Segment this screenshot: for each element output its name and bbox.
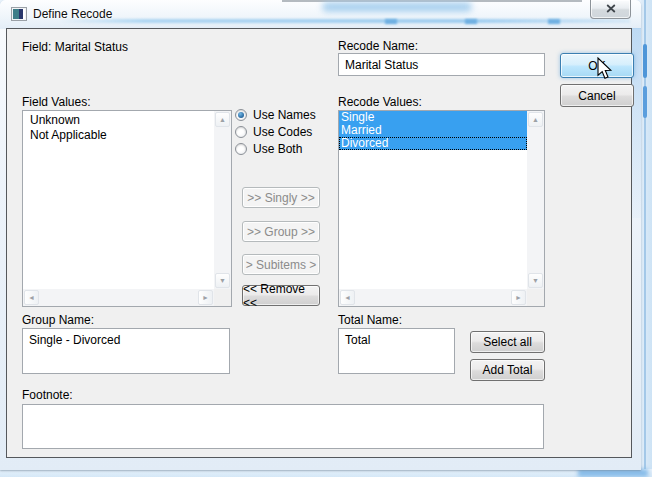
radio-button-icon (235, 109, 247, 121)
dialog-client-area: Field: Marital Status Recode Name: OK Ca… (6, 28, 632, 458)
scroll-left-icon[interactable]: ◄ (340, 290, 355, 305)
glass-smudge (385, 19, 397, 24)
titlebar[interactable]: Define Recode (0, 0, 641, 29)
scroll-down-icon[interactable]: ▼ (528, 273, 543, 288)
group-name-label: Group Name: (22, 313, 94, 327)
total-name-label: Total Name: (338, 313, 402, 327)
glass-smudge (322, 2, 472, 12)
radio-use-codes[interactable]: Use Codes (235, 125, 312, 139)
mouse-cursor (597, 57, 614, 84)
radio-label: Use Codes (253, 125, 312, 139)
window-title: Define Recode (33, 7, 112, 21)
glass-smudge (465, 19, 477, 24)
field-value-item[interactable]: Not Applicable (23, 128, 214, 143)
footnote-box[interactable] (22, 404, 544, 449)
field-values-label: Field Values: (22, 95, 90, 109)
screen: Define Recode Field: Marital Status Reco… (0, 0, 652, 477)
add-total-button[interactable]: Add Total (470, 359, 545, 381)
total-name-value: Total (345, 333, 370, 347)
horizontal-scrollbar[interactable]: ◄ ► (339, 289, 527, 306)
define-recode-dialog: Define Recode Field: Marital Status Reco… (0, 0, 641, 470)
recode-values-items: SingleMarriedDivorced (339, 111, 527, 289)
field-values-items: UnknownNot Applicable (23, 111, 214, 289)
scrollbar-corner (527, 289, 544, 306)
field-values-listbox[interactable]: UnknownNot Applicable ▲ ▼ ◄ ► (22, 110, 232, 307)
scroll-up-icon[interactable]: ▲ (528, 112, 543, 127)
scroll-right-icon[interactable]: ► (198, 290, 213, 305)
field-label: Field: Marital Status (22, 40, 128, 54)
footnote-label: Footnote: (22, 388, 73, 402)
transfer-button-remove[interactable]: << Remove << (242, 285, 320, 306)
scroll-left-icon[interactable]: ◄ (24, 290, 39, 305)
radio-button-icon (235, 143, 247, 155)
radio-use-names[interactable]: Use Names (235, 108, 316, 122)
horizontal-scrollbar[interactable]: ◄ ► (23, 289, 214, 306)
recode-values-label: Recode Values: (338, 95, 422, 109)
background-window-right-edge (641, 0, 652, 477)
field-value-item[interactable]: Unknown (23, 113, 214, 128)
scrollbar-corner (214, 289, 231, 306)
vertical-scrollbar[interactable]: ▲ ▼ (527, 111, 544, 289)
glass-smudge (548, 19, 560, 24)
recode-name-input[interactable] (338, 53, 545, 76)
group-name-box[interactable]: Single - Divorced (22, 328, 230, 374)
recode-value-item[interactable]: Divorced (339, 137, 527, 150)
background-accent (643, 86, 647, 118)
transfer-button-group[interactable]: >> Group >> (242, 221, 320, 242)
recode-values-listbox[interactable]: SingleMarriedDivorced ▲ ▼ ◄ ► (338, 110, 545, 307)
background-accent (643, 44, 647, 78)
scroll-down-icon[interactable]: ▼ (215, 273, 230, 288)
scroll-right-icon[interactable]: ► (511, 290, 526, 305)
background-window-bottom-edge (0, 469, 652, 477)
close-button[interactable] (590, 0, 631, 19)
select-all-button[interactable]: Select all (470, 331, 545, 353)
radio-use-both[interactable]: Use Both (235, 142, 302, 156)
vertical-scrollbar[interactable]: ▲ ▼ (214, 111, 231, 289)
radio-label: Use Names (253, 108, 316, 122)
glass-smudge (58, 19, 630, 23)
cancel-button[interactable]: Cancel (560, 84, 634, 107)
app-icon (11, 7, 27, 21)
scroll-up-icon[interactable]: ▲ (215, 112, 230, 127)
transfer-button-subitems[interactable]: > Subitems > (242, 254, 320, 275)
transfer-button-singly[interactable]: >> Singly >> (242, 187, 320, 208)
background-accent (578, 469, 648, 477)
radio-button-icon (235, 126, 247, 138)
group-name-value: Single - Divorced (29, 333, 120, 347)
radio-label: Use Both (253, 142, 302, 156)
close-icon (606, 2, 616, 16)
total-name-box[interactable]: Total (338, 328, 455, 374)
recode-name-label: Recode Name: (338, 39, 418, 53)
